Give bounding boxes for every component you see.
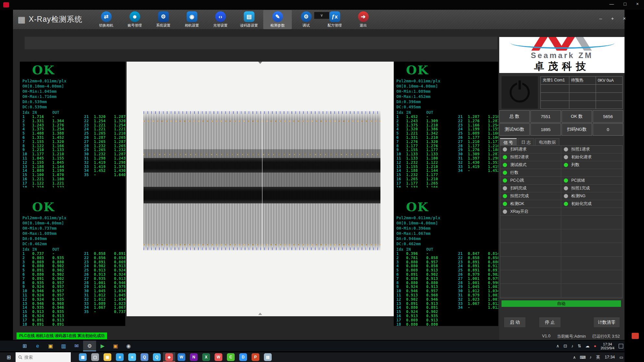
xray-tube-settings-icon: ‹› [215, 11, 226, 22]
word-app-icon: W [178, 353, 185, 361]
table-row: 261.1771.100 [458, 136, 498, 140]
toolbar-button-system-settings[interactable]: ⚙系统设置 [149, 10, 178, 29]
company-logo: Seamark ZM 卓茂科技 [499, 37, 625, 73]
signal-cell: 初始化请求 [561, 153, 622, 161]
pinned-folder-app[interactable]: ▣ [101, 352, 114, 362]
os-close-button[interactable]: × [636, 1, 639, 6]
toolbar-button-account-management[interactable]: ☻账号管理 [120, 10, 149, 29]
capture-tool-icon[interactable]: ◉ [122, 341, 135, 351]
table-row: 181.1331.166 [396, 186, 444, 187]
table-row: 261.2871.265 [84, 136, 125, 140]
start-button[interactable]: 启 动 [504, 317, 526, 328]
taskbar-search[interactable] [16, 352, 71, 362]
taskbar2-clock[interactable]: 17:34 [605, 355, 615, 359]
version-label: V1.0 [542, 334, 551, 339]
pinned-window-app[interactable]: ▤ [262, 352, 274, 362]
pinned-word-app[interactable]: W [175, 352, 188, 362]
counter-value: 5656 [593, 110, 623, 123]
edge-browser-icon[interactable]: e [31, 341, 44, 351]
edge-app-icon: e [116, 353, 124, 361]
ime-icon[interactable]: ⌨ [580, 355, 586, 360]
app-close-button[interactable]: × [623, 16, 626, 21]
table-row: 220.8560.858 [84, 256, 125, 260]
toolbar-button-exit[interactable]: ➔退出 [349, 10, 378, 29]
task-view-icon: ▢ [91, 353, 99, 361]
table-row: 71.1551.320 [22, 140, 70, 144]
notification-center-icon[interactable] [619, 344, 623, 348]
measurement-info-line: Pxl2mm=0.011mm/plx [396, 78, 498, 84]
search-input[interactable] [24, 355, 63, 360]
notification-icon-2[interactable]: ▭ [619, 355, 623, 360]
toolbar-button-barcode-reader-settings[interactable]: ▤读码器设置 [235, 10, 263, 29]
file-explorer-icon[interactable]: ▣ [44, 341, 57, 351]
pinned-dingtalk-app[interactable]: D [237, 352, 249, 362]
chevron-down-icon[interactable]: ∨ [314, 12, 329, 19]
xray-image-canvas [127, 62, 394, 316]
table-row: 271.0010.979 [458, 277, 498, 281]
alert-red-icon[interactable]: ● [594, 344, 596, 348]
os-minimize-button[interactable]: — [609, 1, 614, 6]
signal-dot-off [503, 186, 507, 190]
count-clear-button[interactable]: 计数清零 [593, 317, 620, 328]
signal-dot-on [503, 194, 507, 198]
signal-dot-on [503, 171, 507, 175]
onedrive-icon[interactable]: ☁ [585, 344, 589, 348]
taskbar2-icons: ▦▢▣eeQQ◆WNXWCDP▤ [77, 352, 274, 362]
os-maximize-button[interactable]: □ [624, 1, 626, 6]
pinned-onenote-app[interactable]: N [188, 352, 200, 362]
pinned-wps-app[interactable]: W [212, 352, 225, 362]
app-logo-icon: ▦ [18, 15, 26, 24]
network-icon[interactable]: ⇅ [577, 344, 581, 348]
active-app-icon: ◆ [165, 353, 173, 361]
app-minimize-button[interactable]: – [599, 16, 602, 21]
app-title-text: X-Ray检测系统 [29, 14, 82, 24]
app-maximize-button[interactable]: + [611, 16, 614, 21]
table-row: 61.3311.452 [22, 136, 70, 140]
pinned-search-app[interactable]: Q [138, 352, 151, 362]
signal-cell: 列数 [561, 161, 622, 169]
pinned-wechat-app[interactable]: C [225, 352, 237, 362]
pinned-photos-app[interactable]: ▦ [77, 352, 89, 362]
measurement-panel-right-top: OKPxl2mm=0.011mm/plxOH[0.10mm~4.00mm]OH-… [394, 62, 498, 187]
toolbar-button-label: 切换相机 [99, 23, 113, 28]
measurement-info-line: OH-Min:1.045mm [22, 89, 125, 94]
settings-gear-icon[interactable]: ⚙ [83, 341, 96, 351]
media-player-icon[interactable]: ▶ [96, 341, 109, 351]
volume-muted-icon[interactable]: ♪ [589, 355, 591, 360]
pinned-task-view[interactable]: ▢ [89, 352, 101, 362]
hidden-icons-chevron[interactable]: ∧ [573, 355, 576, 360]
pinned-qq-app[interactable]: Q [151, 352, 163, 362]
start-button-2[interactable]: ⊞ [3, 352, 15, 362]
xray-power-button[interactable] [502, 76, 538, 109]
pinned-ppt-app[interactable]: P [249, 352, 262, 362]
folder-orange-icon[interactable]: ▣ [109, 341, 122, 351]
table-row: 121.2321.122 [396, 161, 444, 165]
volume-icon[interactable]: ♪ [571, 344, 574, 348]
table-row: 260.9130.924 [84, 272, 125, 277]
signal-dot-off [564, 186, 568, 190]
display-icon[interactable]: ⊡ [564, 344, 567, 348]
pinned-browser-app[interactable]: e [126, 352, 138, 362]
language-indicator[interactable]: 英 [596, 355, 600, 360]
taskbar1-clock[interactable]: 17:34 2023/9/4 [601, 342, 614, 350]
pinned-excel-app[interactable]: X [200, 352, 212, 362]
pinned-active-app[interactable]: ◆ [163, 352, 175, 362]
signal-label: 检测OK [510, 201, 524, 207]
search-app-icon: Q [141, 353, 148, 361]
pinned-edge-app[interactable]: e [114, 352, 126, 362]
measurement-info-line: OH-Max:1.089mm [22, 231, 125, 236]
start-icon[interactable]: ⊞ [18, 341, 31, 351]
store-icon[interactable]: ▥ [57, 341, 70, 351]
stop-button[interactable]: 停 止 [539, 317, 561, 328]
table-row: 11.716- [22, 115, 70, 119]
hidden-icons-chevron[interactable]: ∧ [556, 344, 559, 348]
toolbar-button-inspection-params[interactable]: ✎检测参数 [263, 10, 292, 29]
mail-icon[interactable]: ✉ [70, 341, 83, 351]
toolbar-button-camera-settings[interactable]: ◉相机设置 [178, 10, 206, 29]
app-toolbar: ▦ X-Ray检测系统 ⇄切换相机☻账号管理⚙系统设置◉相机设置‹›光管设置▤读… [13, 10, 644, 29]
signal-cell: 拍照1请求 [561, 146, 622, 153]
toolbar-button-label: 光管设置 [213, 23, 228, 28]
toolbar-button-switch-camera[interactable]: ⇄切换相机 [92, 10, 120, 29]
toolbar-button-xray-tube-settings[interactable]: ‹›光管设置 [206, 10, 235, 29]
measurement-info-line: DA:0.539mm [22, 99, 125, 104]
